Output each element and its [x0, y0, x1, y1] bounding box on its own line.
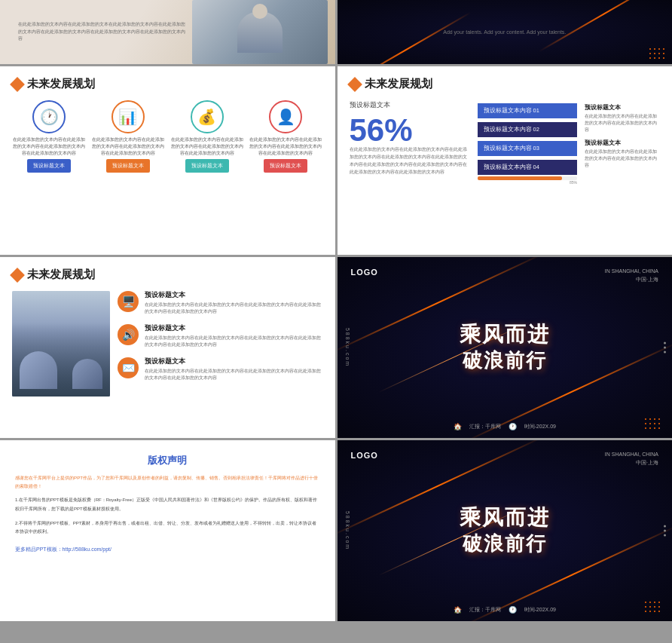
card-text-4: 在此处添加您的文本内容在此处添加您的文本内容在此处添加您的文本内容在此处添加您的…: [249, 136, 323, 156]
r1r-progress-list: 预设标题文本内容 01 预设标题文本内容 02 预设标题文本内容 03: [478, 100, 578, 248]
diamond-icon-r: [347, 77, 362, 92]
progress-item-4: 预设标题文本内容 04 85%: [478, 160, 578, 185]
r2l-item-2: 🔊 预设标题文本 在此处添加您的文本内容在此处添加您的文本内容在此处添加您的文本…: [118, 324, 323, 348]
r2-left-panel: 未来发展规划 🖥️ 预设标题文本 在此处添加您的: [0, 257, 335, 438]
dots-grid-r2: [645, 418, 661, 430]
r1r-left-block: 预设标题文本 56% 在此处添加您的文本内容在此处添加您的文本内容在此处添加您的…: [350, 100, 470, 248]
time-icon-r3: 🕐: [509, 606, 517, 614]
progress-btn-3: 预设标题文本内容 03: [478, 141, 578, 156]
copyright-point1: 1.在千库网出售的PPT模板是免版权费（RF：Royalty-Free）正版受《…: [15, 496, 320, 513]
top-left-image-panel: 在此处添加您的文本内容在此处添加您的文本在此处添加您的文本内容在此处添加您的文本…: [0, 0, 335, 64]
progress-item-2: 预设标题文本内容 02: [478, 122, 578, 137]
card-item-4: 👤 在此处添加您的文本内容在此处添加您的文本内容在此处添加您的文本内容在此处添加…: [249, 100, 323, 173]
r1-right-panel: 未来发展规划 预设标题文本 56% 在此处添加您的文本内容在此处添加您的文本内容…: [338, 66, 673, 255]
diamond-icon: [10, 77, 25, 92]
r2l-item-1: 🖥️ 预设标题文本 在此处添加您的文本内容在此处添加您的文本内容在此处添加您的文…: [118, 291, 323, 315]
big-percent-label: 预设标题文本: [350, 100, 470, 110]
card-item-2: 📊 在此处添加您的文本内容在此处添加您的文本内容在此处添加您的文本内容在此处添加…: [91, 100, 166, 173]
top-right-dark-panel: Add your talents. Add your content. Add …: [338, 0, 673, 64]
report-icon-r3: 🏠: [454, 606, 462, 614]
progress-pct-label: 85%: [478, 180, 578, 185]
website-watermark-r3: 588ku.com: [345, 511, 350, 550]
card-btn-2[interactable]: 预设标题文本: [106, 159, 150, 173]
card-text-2: 在此处添加您的文本内容在此处添加您的文本内容在此处添加您的文本内容在此处添加您的…: [91, 136, 166, 156]
progress-btn-4: 预设标题文本内容 04: [478, 160, 578, 175]
main-grid: 在此处添加您的文本内容在此处添加您的文本在此处添加您的文本内容在此处添加您的文本…: [0, 0, 672, 643]
dark-logo-text-r3: LOGO: [351, 451, 378, 460]
card-text-3: 在此处添加您的文本内容在此处添加您的文本内容在此处添加您的文本内容在此处添加您的…: [170, 136, 244, 156]
copyright-title: 版权声明: [15, 454, 320, 467]
dark-location-text-r3: IN SHANGHAI, CHINA 中国·上海: [605, 451, 658, 467]
r3-left-copyright: 版权声明 感谢您在千库网平台上提供的PPT作品，为了您和千库网以及原创作者的利益…: [0, 440, 335, 621]
card-item-1: 🕐 在此处添加您的文本内容在此处添加您的文本内容在此处添加您的文本内容在此处添加…: [12, 100, 87, 173]
r2l-item-icon-3: ✉️: [118, 357, 139, 378]
progress-item-1: 预设标题文本内容 01: [478, 103, 578, 118]
r1r-body-text: 在此处添加您的文本内容在此处添加您的文本内容在此处添加您的文本内容在此处添加您的…: [350, 146, 470, 176]
card-text-1: 在此处添加您的文本内容在此处添加您的文本内容在此处添加您的文本内容在此处添加您的…: [12, 136, 87, 156]
cards-row: 🕐 在此处添加您的文本内容在此处添加您的文本内容在此处添加您的文本内容在此处添加…: [12, 100, 323, 173]
card-item-3: 💰 在此处添加您的文本内容在此处添加您的文本内容在此处添加您的文本内容在此处添加…: [170, 100, 244, 173]
r2l-item-icon-2: 🔊: [118, 324, 139, 345]
card-icon-4: 👤: [269, 100, 302, 133]
card-icon-2: 📊: [111, 100, 145, 133]
r2-right-dark-panel: LOGO IN SHANGHAI, CHINA 中国·上海 乘风而进 破浪前行 …: [338, 257, 673, 438]
r2l-item-icon-1: 🖥️: [118, 291, 139, 312]
report-icon: 🏠: [454, 423, 462, 430]
dark-bottom-bar-r3: 🏠 汇报：千库网 🕐 时间-202X.09: [454, 606, 556, 614]
calligraphy-text: 乘风而进 破浪前行: [460, 321, 550, 374]
r1r-right-blocks: 预设标题文本 在此处添加您的文本内容在此处添加您的文本内容在此处添加您的文本内容…: [585, 100, 660, 248]
card-icon-1: 🕐: [32, 100, 66, 133]
r3-right-dark-panel: LOGO IN SHANGHAI, CHINA 中国·上海 乘风而进 破浪前行 …: [338, 440, 673, 621]
card-icon-3: 💰: [191, 100, 224, 133]
progress-btn-1: 预设标题文本内容 01: [478, 103, 578, 118]
copyright-point2: 2.不得将千库网的PPT模板、PPT素材，本身用于再出售，或者出租、出借、转让、…: [15, 519, 320, 537]
three-dots-v-r3: [664, 525, 666, 537]
card-btn-1[interactable]: 预设标题文本: [27, 159, 71, 173]
card-btn-3[interactable]: 预设标题文本: [185, 159, 229, 173]
website-watermark: 588ku.com: [345, 328, 350, 367]
copyright-intro: 感谢您在千库网平台上提供的PPT作品，为了您和千库网以及原创作者的利益，请勿复制…: [15, 473, 320, 490]
time-icon: 🕐: [509, 423, 517, 430]
r2l-items-list: 🖥️ 预设标题文本 在此处添加您的文本内容在此处添加您的文本内容在此处添加您的文…: [118, 291, 323, 431]
diamond-icon-r2l: [10, 268, 25, 283]
progress-btn-2: 预设标题文本内容 02: [478, 122, 578, 137]
r2l-photo: [12, 291, 110, 397]
top-left-photo: [192, 0, 328, 64]
r1r-right-block-1: 预设标题文本 在此处添加您的文本内容在此处添加您的文本内容在此处添加您的文本内容: [585, 103, 660, 133]
card-btn-4[interactable]: 预设标题文本: [264, 159, 307, 173]
top-right-alt-text: Add your talents. Add your content. Add …: [443, 28, 566, 36]
top-left-text-overlay: 在此处添加您的文本内容在此处添加您的文本在此处添加您的文本内容在此处添加您的文本…: [12, 18, 192, 45]
dark-logo-text: LOGO: [351, 268, 378, 277]
r2-left-title: 未来发展规划: [12, 268, 323, 282]
r1-right-title: 未来发展规划: [350, 77, 661, 91]
dots-grid-r3: [645, 602, 661, 614]
dark-bottom-bar: 🏠 汇报：千库网 🕐 时间-202X.09: [454, 423, 556, 430]
calligraphy-text-r3: 乘风而进 破浪前行: [460, 504, 550, 557]
progress-item-3: 预设标题文本内容 03: [478, 141, 578, 156]
three-dots-v-r2: [664, 342, 666, 354]
big-percent-value: 56%: [350, 115, 470, 146]
r2l-item-3: ✉️ 预设标题文本 在此处添加您的文本内容在此处添加您的文本内容在此处添加您的文…: [118, 357, 323, 381]
r1r-right-block-2: 预设标题文本 在此处添加您的文本内容在此处添加您的文本内容在此处添加您的文本内容: [585, 139, 660, 168]
r1-left-title: 未来发展规划: [12, 77, 323, 91]
r1-left-panel: 未来发展规划 🕐 在此处添加您的文本内容在此处添加您的文本内容在此处添加您的文本…: [0, 66, 335, 255]
dark-location-text: IN SHANGHAI, CHINA 中国·上海: [605, 268, 658, 283]
copyright-link: 更多精品PPT模板：http://588ku.com/ppt/: [15, 546, 320, 553]
